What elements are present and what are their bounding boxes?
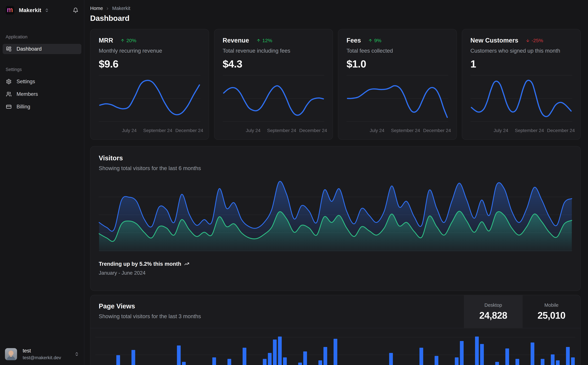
new-customers-sparkline-chart [470,74,572,123]
sidebar-item-label: Settings [17,79,35,84]
main-content: Home Makerkit Dashboard MRR 20% Monthly … [84,0,588,365]
page-views-card: Page Views Showing total visitors for th… [90,295,581,365]
mrr-sparkline-chart [99,74,201,123]
stat-value: $4.3 [223,58,324,70]
page-views-subtitle: Showing total visitors for the last 3 mo… [99,313,456,320]
stat-subtitle: Monthly recurring revenue [99,48,201,54]
sidebar-item-label: Members [17,91,38,97]
toggle-value: 25,010 [538,310,565,321]
chevron-right-icon [105,7,110,11]
arrow-up-icon [368,38,373,43]
stat-delta: 12% [256,38,272,43]
stat-card-fees: Fees 9% Total fees collected $1.0 July 2… [338,29,457,140]
workspace-name: Makerkit [19,7,41,14]
page-views-bar-chart [96,328,575,365]
toggle-label: Desktop [484,302,502,308]
arrow-up-icon [256,38,261,43]
x-axis-ticks: July 24 September 24 December 24 [346,126,448,135]
sidebar-item-billing[interactable]: Billing [3,102,81,112]
logo-letter: m [7,6,13,13]
stat-value: $1.0 [346,58,448,70]
bell-icon[interactable] [73,7,78,13]
page-title: Dashboard [90,14,581,23]
sidebar: m Makerkit Application Dashboard Setting… [0,0,84,365]
visitors-subtitle: Showing total visitors for the last 6 mo… [99,165,572,171]
breadcrumb-current: Makerkit [112,6,130,11]
x-axis-ticks: July 24 September 24 December 24 [470,126,572,135]
visitors-period: January - June 2024 [99,270,572,276]
fees-sparkline-chart [346,74,448,123]
toggle-value: 24,828 [479,310,507,321]
stat-subtitle: Customers who signed up this month [470,48,572,54]
user-email: test@makerkit.dev [23,355,61,360]
breadcrumb-home[interactable]: Home [90,6,103,11]
stat-title: New Customers [470,37,518,44]
stat-subtitle: Total revenue including fees [223,48,324,54]
sidebar-item-label: Dashboard [17,46,42,52]
chevron-up-down-icon [45,8,49,12]
arrow-down-icon [526,38,530,43]
visitors-title: Visitors [99,154,572,162]
makerkit-dashboard: m Makerkit Application Dashboard Setting… [0,0,588,365]
stat-title: Revenue [223,37,249,44]
sidebar-item-label: Billing [17,104,30,110]
workspace-switcher[interactable]: m Makerkit [0,6,84,14]
stat-delta: 20% [120,38,136,43]
visitors-trend-text: Trending up by 5.2% this month [99,261,181,267]
stat-card-revenue: Revenue 12% Total revenue including fees… [214,29,333,140]
stat-delta: 9% [368,38,381,43]
toggle-desktop[interactable]: Desktop 24,828 [464,295,522,328]
page-views-header: Page Views Showing total visitors for th… [90,295,580,328]
user-meta: test test@makerkit.dev [23,348,61,360]
stat-cards-row: MRR 20% Monthly recurring revenue $9.6 J… [90,29,581,140]
sidebar-item-members[interactable]: Members [3,89,81,99]
stat-value: 1 [470,58,572,70]
visitors-area-chart [99,179,572,252]
stat-card-new-customers: New Customers -25% Customers who signed … [462,29,581,140]
arrow-up-icon [120,38,125,43]
sidebar-section-settings: Settings [3,67,81,72]
user-menu[interactable]: test test@makerkit.dev [0,348,84,360]
toggle-label: Mobile [544,302,558,308]
chevron-up-down-icon [74,352,79,356]
breadcrumb: Home Makerkit [90,6,581,11]
members-icon [6,91,12,97]
visitors-card: Visitors Showing total visitors for the … [90,146,581,291]
sidebar-nav: Application Dashboard Settings Settings [0,35,84,114]
trending-up-icon [184,261,189,266]
x-axis-ticks: July 24 September 24 December 24 [223,126,324,135]
stat-value: $9.6 [99,58,201,70]
stat-title: MRR [99,37,113,44]
revenue-sparkline-chart [223,74,324,123]
sidebar-section-application: Application [3,35,81,40]
user-name: test [23,348,61,354]
sidebar-item-dashboard[interactable]: Dashboard [3,44,81,54]
stat-title: Fees [346,37,361,44]
gear-icon [6,79,12,84]
stat-delta: -25% [526,38,543,43]
visitors-footer: Trending up by 5.2% this month January -… [99,261,572,276]
x-axis-ticks: July 24 September 24 December 24 [99,126,201,135]
page-views-title: Page Views [99,302,456,310]
toggle-mobile[interactable]: Mobile 25,010 [522,295,580,328]
billing-icon [6,104,12,110]
dashboard-icon [6,46,12,52]
makerkit-logo: m [6,6,14,14]
avatar [5,348,17,360]
stat-subtitle: Total fees collected [346,48,448,54]
sidebar-item-settings[interactable]: Settings [3,77,81,87]
stat-card-mrr: MRR 20% Monthly recurring revenue $9.6 J… [90,29,209,140]
